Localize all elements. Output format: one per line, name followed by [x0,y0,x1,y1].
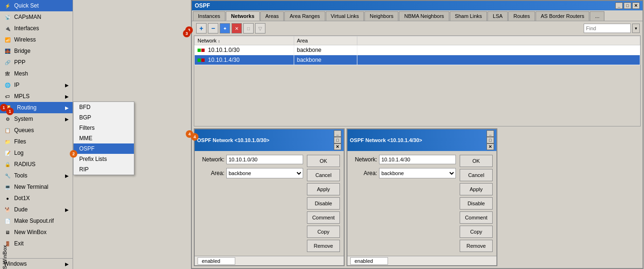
sidebar-label-capsman: CAPsMAN [14,14,41,20]
tab-more[interactable]: ... [590,11,604,21]
edit-button[interactable]: ✦ [220,23,230,34]
sidebar-item-wireless[interactable]: 📶 Wireless [0,34,73,45]
ok-btn-2[interactable]: OK [460,155,493,167]
context-menu-item-ospf[interactable]: OSPF [74,143,134,154]
files-icon: 📁 [4,138,11,145]
sidebar-item-exit[interactable]: 🚪 Exit [0,238,73,249]
remove-btn-1[interactable]: Remove [307,240,340,252]
sidebar-item-queues[interactable]: 📋 Queues [0,125,73,136]
ok-btn-1[interactable]: OK [307,155,340,167]
cancel-btn-2[interactable]: Cancel [460,169,493,181]
sidebar-item-mesh[interactable]: 🕸 Mesh [0,68,73,79]
exit-icon: 🚪 [4,240,11,247]
tab-nbma-neighbors[interactable]: NBMA Neighbors [399,11,449,21]
tab-instances[interactable]: Instances [193,11,225,21]
context-menu-item-prefix-lists[interactable]: Prefix Lists [74,154,134,164]
network-input-1[interactable] [226,155,303,164]
capsman-icon: 📡 [4,13,11,21]
sidebar-item-new-terminal[interactable]: 💻 New Terminal [0,181,73,193]
context-menu-item-bgp[interactable]: BGP [74,112,134,123]
log-icon: 📝 [4,149,11,157]
find-dropdown-arrow[interactable]: ▼ [632,24,640,33]
sidebar-item-files[interactable]: 📁 Files [0,136,73,147]
disable-btn-1[interactable]: Disable [307,197,340,210]
status-bar-1: enabled [195,256,344,265]
sidebar-label-dude: Dude [14,206,28,213]
sidebar-label-queues: Queues [14,127,34,134]
add-button[interactable]: + [196,23,206,34]
comment-btn-2[interactable]: Comment [460,211,493,224]
windows-arrow: ▶ [65,261,69,267]
color-sq-2 [198,59,205,62]
tab-virtual-links[interactable]: Virtual Links [326,11,364,21]
sidebar-item-new-winbox[interactable]: 🖥 New WinBox [0,227,73,238]
sidebar-item-radius[interactable]: 🔒 RADIUS [0,159,73,170]
copy-button[interactable]: □ [243,23,254,34]
cancel-button[interactable]: ✕ [231,23,242,34]
network-input-2[interactable] [379,155,456,164]
sidebar-item-capsman[interactable]: 📡 CAPsMAN [0,11,73,23]
ospf-minimize-btn[interactable]: _ [615,2,623,9]
sidebar-item-make-supout[interactable]: 📄 Make Supout.rif [0,215,73,227]
copy-btn-1[interactable]: Copy [307,226,340,238]
sub-maximize-btn-1[interactable]: □ [334,137,341,143]
bridge-icon: 🌉 [4,47,11,55]
sidebar-item-log[interactable]: 📝 Log [0,147,73,159]
context-menu-item-filters[interactable]: Filters [74,123,134,133]
sub-close-btn-2[interactable]: ✕ [487,143,494,150]
context-menu-item-bfd[interactable]: BFD [74,102,134,112]
sidebar-item-ip[interactable]: 🌐 IP ▶ [0,79,73,91]
cancel-btn-1[interactable]: Cancel [307,169,340,181]
remove-button[interactable]: − [208,23,218,34]
ospf-toolbar: 3 + − ✦ ✕ □ ▽ ▼ [192,21,643,35]
tab-routes[interactable]: Routes [508,11,535,21]
ospf-win-controls: _ □ ✕ [615,2,640,9]
sidebar-item-dot1x[interactable]: ● Dot1X [0,193,73,204]
ospf-titlebar: OSPF _ □ ✕ [192,1,643,10]
tab-sham-links[interactable]: Sham Links [450,11,487,21]
comment-btn-1[interactable]: Comment [307,211,340,224]
cell-area-2: backbone [294,55,357,65]
apply-btn-2[interactable]: Apply [460,183,493,195]
sub-window-1: 4 OSPF Network <10.10.1.0/30> _ □ ✕ Netw… [194,128,345,266]
sidebar-item-mpls[interactable]: 🏷 MPLS ▶ [0,91,73,102]
network-table: Network ↕ Area 10.10.1.0/30 backbone [194,36,640,65]
area-select-2[interactable]: backbone [379,168,456,178]
sub-minimize-btn-2[interactable]: _ [487,130,494,137]
sidebar-item-windows[interactable]: Windows ▶ [0,258,73,269]
sidebar-item-ppp[interactable]: 🔗 PPP [0,57,73,68]
sub-minimize-btn-1[interactable]: _ [334,130,341,137]
tab-neighbors[interactable]: Neighbors [364,11,398,21]
tab-areas[interactable]: Areas [260,11,284,21]
remove-btn-2[interactable]: Remove [460,240,493,252]
table-row[interactable]: 10.10.1.0/30 backbone [195,45,640,55]
sidebar-label-ip: IP [14,82,19,88]
sub-close-btn-1[interactable]: ✕ [334,143,341,150]
sidebar-item-tools[interactable]: 🔧 Tools ▶ [0,170,73,181]
tab-as-border-routers[interactable]: AS Border Routers [536,11,589,21]
tab-networks[interactable]: Networks [226,11,260,21]
find-input[interactable] [584,24,631,33]
ospf-maximize-btn[interactable]: □ [624,2,631,9]
sidebar-item-interfaces[interactable]: 🔌 Interfaces [0,23,73,34]
sidebar-item-dude[interactable]: 🐕 Dude ▶ [0,204,73,215]
area-select-1[interactable]: backbone [226,168,303,178]
sub-win-controls-2: _ □ ✕ [487,130,494,150]
cell-extra-2 [357,55,640,65]
context-menu-item-rip[interactable]: RIP [74,164,134,175]
sidebar-item-bridge[interactable]: 🌉 Bridge [0,45,73,57]
table-row-selected[interactable]: 10.10.1.4/30 backbone [195,55,640,65]
context-menu-item-mme[interactable]: MME [74,133,134,143]
sidebar: ⚡ Quick Set 📡 CAPsMAN 🔌 Interfaces 📶 Wir… [0,0,73,269]
copy-btn-2[interactable]: Copy [460,226,493,238]
status-bar-2: enabled [347,256,496,265]
sidebar-item-quickset[interactable]: ⚡ Quick Set [0,0,73,11]
apply-btn-1[interactable]: Apply [307,183,340,195]
sq-red-1 [201,49,205,52]
tab-lsa[interactable]: LSA [487,11,508,21]
disable-btn-2[interactable]: Disable [460,197,493,210]
ospf-close-btn[interactable]: ✕ [632,2,640,9]
sub-maximize-btn-2[interactable]: □ [487,137,494,143]
filter-button[interactable]: ▽ [255,23,265,34]
tab-area-ranges[interactable]: Area Ranges [284,11,325,21]
